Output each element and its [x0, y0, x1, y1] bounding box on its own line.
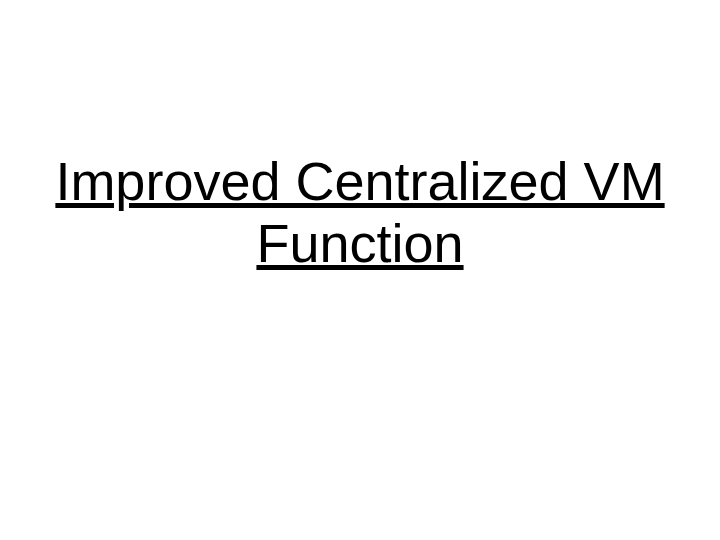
slide-title: Improved Centralized VM Function: [0, 150, 720, 274]
